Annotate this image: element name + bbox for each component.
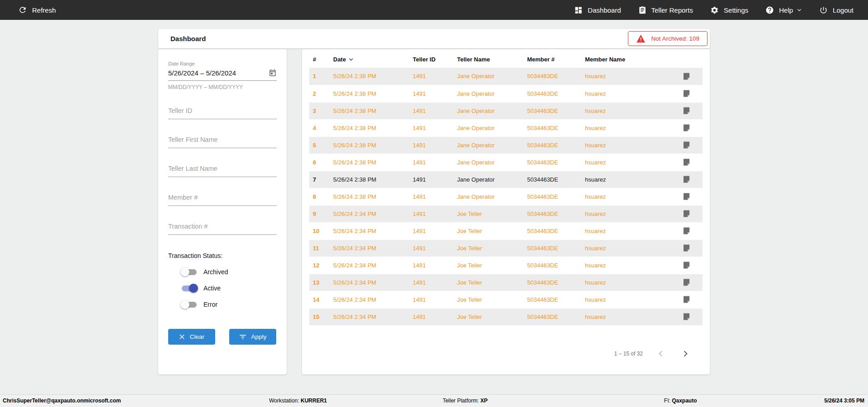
- cell-note: [670, 119, 703, 136]
- chevron-left-icon[interactable]: [655, 347, 667, 360]
- teller-first-name-field: [168, 133, 277, 148]
- cell-member-name: hsuarez: [581, 171, 670, 188]
- note-icon[interactable]: [674, 210, 699, 217]
- calendar-icon[interactable]: [269, 69, 277, 77]
- cell-member-number: 5034463DE: [524, 102, 581, 119]
- topbar-item-teller-reports[interactable]: Teller Reports: [638, 6, 693, 14]
- cell-teller-id: 1491: [409, 291, 453, 308]
- topbar-item-label: Teller Reports: [651, 6, 693, 14]
- cell-num: 14: [309, 291, 330, 308]
- note-icon[interactable]: [674, 141, 699, 149]
- table-row[interactable]: 15/26/24 2:38 PM1491Jane Operator5034463…: [309, 68, 703, 85]
- note-icon[interactable]: [674, 296, 699, 303]
- dashboard-header-card: Dashboard Not Archived: 109: [158, 29, 710, 48]
- table-row[interactable]: 95/26/24 2:34 PM1491Joe Teller5034463DEh…: [309, 205, 703, 222]
- cell-member-number: 5034463DE: [524, 308, 581, 325]
- topbar-item-label: Help: [779, 6, 793, 14]
- topbar-item-logout[interactable]: Logout: [819, 6, 854, 14]
- cell-note: [670, 239, 703, 257]
- clipboard-icon: [638, 6, 646, 14]
- cell-teller-name: Jane Operator: [453, 102, 524, 119]
- table-row[interactable]: 25/26/24 2:38 PM1491Jane Operator5034463…: [309, 85, 703, 102]
- table-row[interactable]: 105/26/24 2:34 PM1491Joe Teller5034463DE…: [309, 222, 703, 239]
- apply-button-label: Apply: [251, 333, 267, 340]
- transaction-number-field: [168, 220, 277, 235]
- cell-num: 8: [309, 188, 330, 205]
- table-row[interactable]: 65/26/24 2:38 PM1491Jane Operator5034463…: [309, 154, 703, 171]
- cell-note: [670, 136, 703, 154]
- topbar-item-help[interactable]: Help: [765, 6, 802, 14]
- cell-member-number: 5034463DE: [524, 171, 581, 188]
- topbar-item-settings[interactable]: Settings: [710, 6, 748, 14]
- column-header-[interactable]: #: [309, 50, 330, 68]
- topbar-item-dashboard[interactable]: Dashboard: [574, 6, 621, 14]
- topbar-item-label: Dashboard: [588, 6, 621, 14]
- cell-teller-id: 1491: [409, 154, 453, 171]
- table-row[interactable]: 125/26/24 2:34 PM1491Joe Teller5034463DE…: [309, 257, 703, 274]
- chevron-down-icon: [797, 7, 802, 13]
- cell-date: 5/26/24 2:38 PM: [330, 85, 409, 102]
- teller-last-name-input[interactable]: [168, 162, 277, 177]
- table-row[interactable]: 45/26/24 2:38 PM1491Jane Operator5034463…: [309, 119, 703, 136]
- member-number-input[interactable]: [168, 191, 277, 206]
- column-header-member-name[interactable]: Member Name: [581, 50, 670, 68]
- cell-note: [670, 171, 703, 188]
- column-header-teller-name[interactable]: Teller Name: [453, 50, 524, 68]
- cell-note: [670, 257, 703, 274]
- note-icon[interactable]: [674, 279, 699, 286]
- cell-member-name: hsuarez: [581, 239, 670, 257]
- table-row[interactable]: 155/26/24 2:34 PM1491Joe Teller5034463DE…: [309, 308, 703, 325]
- cell-teller-name: Joe Teller: [453, 274, 524, 291]
- pagination: 1 – 15 of 32: [614, 347, 692, 360]
- clear-button[interactable]: Clear: [168, 329, 215, 345]
- archived-toggle[interactable]: [182, 269, 197, 275]
- table-row[interactable]: 55/26/24 2:38 PM1491Jane Operator5034463…: [309, 136, 703, 154]
- teller-first-name-input[interactable]: [168, 133, 277, 148]
- note-icon[interactable]: [674, 193, 699, 200]
- note-icon[interactable]: [674, 73, 699, 80]
- table-row[interactable]: 135/26/24 2:34 PM1491Joe Teller5034463DE…: [309, 274, 703, 291]
- table-row[interactable]: 85/26/24 2:38 PM1491Jane Operator5034463…: [309, 188, 703, 205]
- cell-teller-id: 1491: [409, 85, 453, 102]
- apply-button[interactable]: Apply: [229, 329, 276, 345]
- cell-member-name: hsuarez: [581, 308, 670, 325]
- error-toggle[interactable]: [182, 302, 197, 308]
- teller-id-input[interactable]: [168, 104, 277, 119]
- cell-date: 5/26/24 2:38 PM: [330, 102, 409, 119]
- date-range-label: Date Range: [168, 61, 277, 66]
- cell-num: 10: [309, 222, 330, 239]
- cell-date: 5/26/24 2:38 PM: [330, 68, 409, 85]
- table-row[interactable]: 145/26/24 2:34 PM1491Joe Teller5034463DE…: [309, 291, 703, 308]
- table-row[interactable]: 115/26/24 2:34 PM1491Joe Teller5034463DE…: [309, 239, 703, 257]
- note-icon[interactable]: [674, 90, 699, 97]
- active-toggle[interactable]: [182, 285, 197, 291]
- table-row[interactable]: 35/26/24 2:38 PM1491Jane Operator5034463…: [309, 102, 703, 119]
- cell-member-number: 5034463DE: [524, 205, 581, 222]
- note-icon[interactable]: [674, 176, 699, 183]
- cell-note: [670, 85, 703, 102]
- refresh-button[interactable]: Refresh: [18, 5, 56, 14]
- note-icon[interactable]: [674, 244, 699, 252]
- transaction-number-input[interactable]: [168, 220, 277, 235]
- note-icon[interactable]: [674, 107, 699, 114]
- cell-teller-id: 1491: [409, 257, 453, 274]
- cell-member-name: hsuarez: [581, 68, 670, 85]
- column-header-member[interactable]: Member #: [524, 50, 581, 68]
- cell-member-name: hsuarez: [581, 85, 670, 102]
- cell-num: 4: [309, 119, 330, 136]
- table-row[interactable]: 75/26/24 2:38 PM1491Jane Operator5034463…: [309, 171, 703, 188]
- chevron-right-icon[interactable]: [679, 347, 692, 360]
- column-header-label: Date: [333, 56, 346, 63]
- status-bar: ChrisSuperTeller@qaxpauto.onmicrosoft.co…: [0, 394, 868, 407]
- column-header-teller-id[interactable]: Teller ID: [409, 50, 453, 68]
- note-icon[interactable]: [674, 227, 699, 234]
- date-range-input[interactable]: 5/26/2024 – 5/26/2024: [168, 66, 277, 81]
- not-archived-badge[interactable]: Not Archived: 109: [628, 31, 708, 46]
- note-icon[interactable]: [674, 262, 699, 269]
- note-icon[interactable]: [674, 124, 699, 131]
- column-header-date[interactable]: Date: [330, 50, 409, 68]
- cell-member-name: hsuarez: [581, 291, 670, 308]
- cell-note: [670, 222, 703, 239]
- note-icon[interactable]: [674, 313, 699, 320]
- note-icon[interactable]: [674, 159, 699, 166]
